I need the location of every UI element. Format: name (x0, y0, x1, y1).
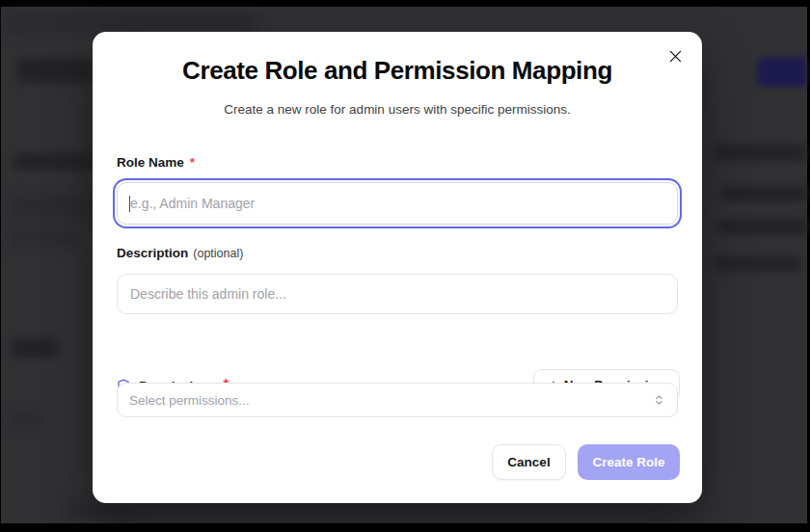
background-blurred-text (64, 503, 131, 517)
create-role-button[interactable]: Create Role (578, 444, 680, 480)
background-blurred-page-title (17, 58, 93, 83)
text-cursor (129, 196, 130, 212)
background-blurred-row (716, 256, 800, 271)
background-blurred-row (715, 145, 806, 161)
chevron-up-down-icon (653, 393, 665, 407)
role-name-input[interactable] (117, 182, 678, 225)
required-asterisk: * (190, 155, 195, 170)
background-blurred-row (718, 219, 807, 234)
background-blurred-text (14, 153, 93, 170)
background-primary-button (757, 57, 807, 87)
permissions-select-placeholder: Select permissions... (129, 393, 250, 408)
modal-footer: Cancel Create Role (492, 444, 680, 480)
description-label: Description(optional) (117, 246, 243, 260)
role-name-label: Role Name* (117, 155, 195, 170)
permissions-select[interactable]: Select permissions... (117, 383, 678, 417)
cancel-button[interactable]: Cancel (492, 444, 566, 480)
role-name-field-wrap (117, 182, 678, 225)
background-blurred-text (10, 412, 40, 429)
modal-subtitle: Create a new role for admin users with s… (93, 102, 702, 117)
modal-title: Create Role and Permission Mapping (93, 56, 702, 86)
optional-note: (optional) (193, 247, 243, 260)
background-blurred-text (10, 230, 77, 246)
background-blurred-text (10, 195, 93, 218)
description-input[interactable] (117, 274, 678, 314)
create-role-modal: Create Role and Permission Mapping Creat… (93, 32, 702, 503)
background-blurred-text (12, 338, 58, 358)
background-blurred-row (721, 186, 807, 201)
background-blurred-block (6, 12, 256, 33)
